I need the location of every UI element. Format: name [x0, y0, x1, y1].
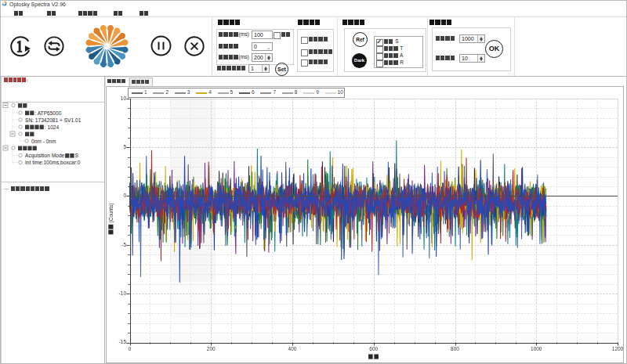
svg-text:Int time:100ms,boxcar:0: Int time:100ms,boxcar:0: [25, 160, 81, 165]
svg-text:: 1024: : 1024: [45, 124, 60, 129]
svg-text:Acquisition Mode:: Acquisition Mode:: [25, 153, 66, 159]
svg-text:SN: 17342081 + SV1.01: SN: 17342081 + SV1.01: [25, 117, 82, 122]
svg-text:: ATP65000: : ATP65000: [34, 110, 61, 115]
svg-text:0nm - 0nm: 0nm - 0nm: [31, 138, 56, 143]
svg-text:S: S: [75, 153, 79, 158]
